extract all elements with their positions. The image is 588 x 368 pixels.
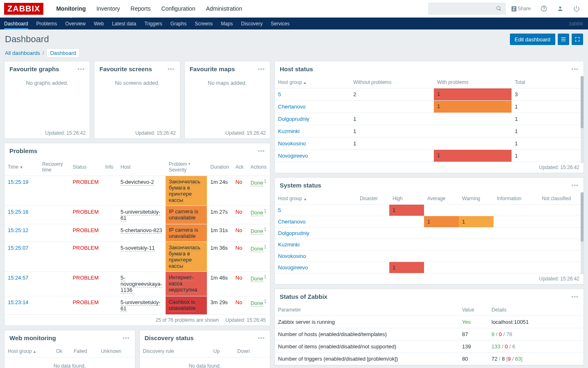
host-link[interactable]: 5-universitetskiy-61 <box>121 299 161 312</box>
hostgroup-link[interactable]: Novogireevo <box>278 153 308 159</box>
problem-link[interactable]: Закончилась бумага в принтере кассы <box>169 244 200 269</box>
hostgroup-link[interactable]: Kuzminki <box>278 128 300 134</box>
topnav-monitoring[interactable]: Monitoring <box>51 0 91 17</box>
menu-button[interactable] <box>558 34 569 45</box>
action-link[interactable]: Done <box>251 180 263 186</box>
hostgroup-link[interactable]: 5 <box>278 207 281 213</box>
col-actions[interactable]: Actions <box>247 158 270 176</box>
topnav-configuration[interactable]: Configuration <box>156 0 200 17</box>
with-problems-link[interactable]: 1 <box>437 91 440 97</box>
ack-link[interactable]: No <box>236 179 242 185</box>
widget-menu-icon[interactable]: ••• <box>258 148 265 154</box>
ss-count[interactable]: 1 <box>393 205 395 216</box>
problem-link[interactable]: IP camera is unavailable <box>169 208 198 221</box>
subnav-triggers[interactable]: Triggers <box>140 18 166 29</box>
ss-col[interactable]: Disaster <box>357 193 389 205</box>
problem-time[interactable]: 15:25:07 <box>8 245 29 251</box>
action-link[interactable]: Done <box>251 275 263 282</box>
ss-count[interactable]: 1 <box>462 217 465 227</box>
widget-menu-icon[interactable]: ••• <box>258 66 265 72</box>
hostgroup-link[interactable]: 5 <box>278 91 281 97</box>
ack-link[interactable]: No <box>236 275 242 281</box>
problem-link[interactable]: Интернет-касса недоступна <box>169 274 197 293</box>
subnav-discovery[interactable]: Discovery <box>237 18 267 29</box>
col-duration[interactable]: Duration <box>207 158 232 176</box>
host-link[interactable]: 5-novogireevskaya-1136 <box>121 275 162 293</box>
web-col-hostgroup[interactable]: Host group <box>4 345 53 357</box>
ack-link[interactable]: No <box>236 227 242 233</box>
zs-col-param[interactable]: Parameter <box>275 304 459 316</box>
logo[interactable]: ZABBIX <box>4 3 43 15</box>
widget-menu-icon[interactable]: ••• <box>123 335 130 341</box>
col-status[interactable]: Status <box>70 158 102 176</box>
zs-col-value[interactable]: Value <box>459 304 488 316</box>
subnav-dashboard[interactable]: Dashboard <box>0 18 32 29</box>
power-icon[interactable] <box>569 3 584 14</box>
disc-col-up[interactable]: Up <box>210 345 234 357</box>
fullscreen-button[interactable] <box>572 34 583 45</box>
action-link[interactable]: Done <box>251 300 263 307</box>
widget-menu-icon[interactable]: ••• <box>571 293 579 300</box>
action-link[interactable]: Done <box>251 228 263 235</box>
share-button[interactable]: ZShare <box>507 3 535 14</box>
ss-col[interactable]: Warning <box>459 193 494 205</box>
hostgroup-link[interactable]: Chertanovo <box>278 219 305 225</box>
col-time[interactable]: Time <box>4 158 32 176</box>
disc-col-rule[interactable]: Discovery rule <box>140 345 210 357</box>
host-link[interactable]: 5-chertanovo-823 <box>121 227 162 234</box>
host-link[interactable]: 5-sovetskiy-11 <box>121 245 155 251</box>
col-host[interactable]: Host <box>117 158 166 176</box>
problem-time[interactable]: 15:23:14 <box>8 299 29 305</box>
problem-time[interactable]: 15:25:12 <box>8 227 29 233</box>
hostgroup-link[interactable]: Novokosino <box>278 140 306 147</box>
col-recovery[interactable]: Recovery time <box>39 158 70 176</box>
hs-col-with[interactable]: With problems <box>434 77 512 88</box>
subnav-maps[interactable]: Maps <box>217 18 237 29</box>
widget-menu-icon[interactable]: ••• <box>78 66 85 72</box>
user-icon[interactable] <box>553 3 568 14</box>
widget-menu-icon[interactable]: ••• <box>571 66 579 72</box>
scrollbar[interactable] <box>581 76 584 163</box>
ss-col[interactable]: Host group ▲ <box>275 193 357 205</box>
search-input[interactable] <box>428 2 506 15</box>
ss-col[interactable]: Average <box>424 193 459 205</box>
web-col-ok[interactable]: Ok <box>53 345 70 357</box>
action-link[interactable]: Done <box>251 210 263 216</box>
col-ack[interactable]: Ack <box>232 158 247 176</box>
ack-link[interactable]: No <box>236 299 242 305</box>
hostgroup-link[interactable]: Kuzminki <box>278 242 300 248</box>
ss-col[interactable]: Information <box>494 193 539 205</box>
widget-menu-icon[interactable]: ••• <box>258 335 265 341</box>
host-link[interactable]: 5-universitetskiy-61 <box>121 209 161 221</box>
edit-dashboard-button[interactable]: Edit dashboard <box>510 34 555 45</box>
subnav-overview[interactable]: Overview <box>61 18 90 29</box>
problem-link[interactable]: IP camera is unavailable <box>169 227 198 239</box>
topnav-reports[interactable]: Reports <box>125 0 156 17</box>
web-col-unknown[interactable]: Unknown <box>98 345 135 357</box>
problem-time[interactable]: 15:25:19 <box>8 179 29 185</box>
col-info[interactable]: Info <box>102 158 117 176</box>
subnav-services[interactable]: Services <box>267 18 294 29</box>
topnav-inventory[interactable]: Inventory <box>91 0 126 17</box>
problem-time[interactable]: 15:25:16 <box>8 209 29 215</box>
widget-menu-icon[interactable]: ••• <box>571 182 579 189</box>
widget-menu-icon[interactable]: ••• <box>168 66 175 72</box>
hostgroup-link[interactable]: Novokosino <box>278 253 306 259</box>
hs-col-total[interactable]: Total <box>512 77 584 88</box>
subnav-latest-data[interactable]: Latest data <box>108 18 140 29</box>
web-col-failed[interactable]: Failed <box>70 345 98 357</box>
help-icon[interactable] <box>536 3 551 14</box>
ss-col[interactable]: Not classified <box>539 193 584 205</box>
scrollbar[interactable] <box>581 192 584 274</box>
with-problems-link[interactable]: 1 <box>437 152 440 159</box>
zs-col-details[interactable]: Details <box>488 304 584 316</box>
hostgroup-link[interactable]: Dolgoprudniy <box>278 116 310 122</box>
subnav-screens[interactable]: Screens <box>191 18 217 29</box>
problem-link[interactable]: Закончилась бумага в принтере кассы <box>169 178 200 203</box>
action-link[interactable]: Done <box>251 246 263 252</box>
ss-col[interactable]: High <box>389 193 424 205</box>
ss-count[interactable]: 1 <box>427 217 430 227</box>
ack-link[interactable]: No <box>236 209 242 215</box>
hostgroup-link[interactable]: Chertanovo <box>278 104 305 110</box>
topnav-administration[interactable]: Administration <box>201 0 248 17</box>
